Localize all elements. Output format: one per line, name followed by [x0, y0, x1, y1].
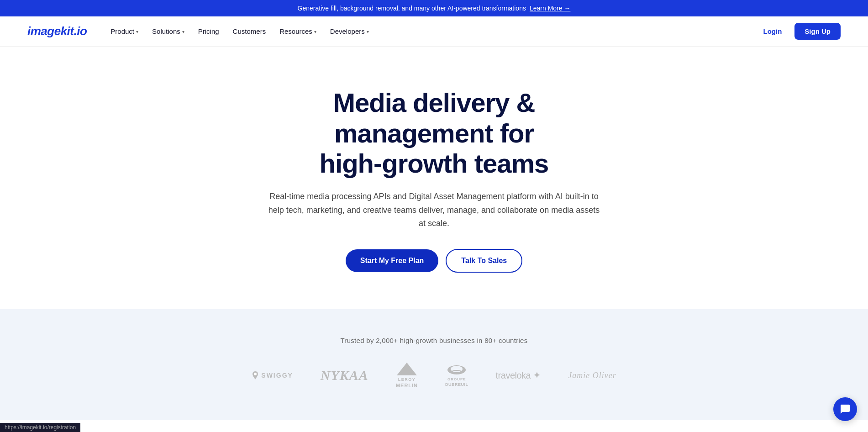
trusted-text: Trusted by 2,000+ high-growth businesses…: [9, 337, 859, 344]
hero-buttons: Start My Free Plan Talk To Sales: [9, 249, 859, 273]
nav-item-product[interactable]: Product ▾: [105, 24, 144, 39]
nav-item-pricing[interactable]: Pricing: [193, 24, 225, 39]
nav-item-customers[interactable]: Customers: [227, 24, 272, 39]
leroy-triangle-icon: [397, 363, 417, 375]
chevron-down-icon: ▾: [314, 29, 316, 34]
signup-button[interactable]: Sign Up: [794, 23, 841, 40]
hero-heading: Media delivery & management for high-gro…: [252, 88, 617, 179]
nav-item-solutions[interactable]: Solutions ▾: [147, 24, 190, 39]
start-free-plan-button[interactable]: Start My Free Plan: [346, 249, 439, 272]
hero-subtext: Real-time media processing APIs and Digi…: [265, 190, 603, 231]
nav-auth: Login Sign Up: [758, 23, 841, 40]
nav-links: Product ▾ Solutions ▾ Pricing Customers …: [105, 24, 758, 39]
chevron-down-icon: ▾: [136, 29, 138, 34]
brand-logo-dubreuil: GROUPE DUBREUIL: [445, 364, 468, 387]
banner-learn-more[interactable]: Learn More →: [530, 5, 570, 12]
top-banner: Generative fill, background removal, and…: [0, 0, 868, 16]
talk-to-sales-button[interactable]: Talk To Sales: [446, 249, 522, 273]
nav-item-resources[interactable]: Resources ▾: [274, 24, 322, 39]
svg-point-0: [254, 373, 257, 375]
brand-logo-leroy-merlin: LEROY MERLIN: [396, 363, 418, 388]
brand-logo-traveloka: traveloka ✦: [496, 370, 541, 381]
brand-logos: SWIGGY NYKAA LEROY MERLIN GROUPE DUBREUI…: [9, 363, 859, 388]
brand-logo-swiggy: SWIGGY: [252, 370, 293, 380]
chevron-down-icon: ▾: [367, 29, 369, 34]
login-button[interactable]: Login: [758, 24, 788, 39]
brand-logo-nykaa: NYKAA: [321, 368, 368, 383]
trusted-section: Trusted by 2,000+ high-growth businesses…: [0, 309, 868, 420]
chevron-down-icon: ▾: [182, 29, 184, 34]
chat-bubble-button[interactable]: [833, 397, 857, 420]
hero-section: Media delivery & management for high-gro…: [0, 47, 868, 309]
brand-logo-jamie-oliver: Jamie Oliver: [568, 371, 616, 380]
nav-item-developers[interactable]: Developers ▾: [325, 24, 374, 39]
main-nav: imagekit.io Product ▾ Solutions ▾ Pricin…: [0, 16, 868, 47]
banner-text: Generative fill, background removal, and…: [298, 5, 526, 12]
site-logo[interactable]: imagekit.io: [27, 24, 87, 38]
